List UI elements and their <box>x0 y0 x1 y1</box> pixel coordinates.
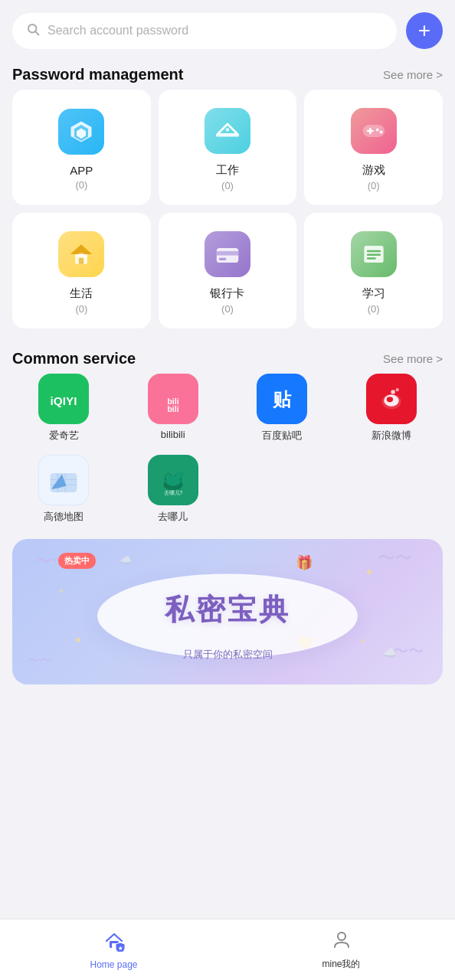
iqiyi-label: 爱奇艺 <box>49 429 79 443</box>
svg-marker-13 <box>70 244 93 254</box>
password-section-title: Password management <box>12 66 183 83</box>
nav-label-home: Home page <box>90 959 137 970</box>
service-item-amap[interactable]: 高德地图 <box>12 455 116 524</box>
pw-count-game: (0) <box>368 180 380 191</box>
svg-text:★: ★ <box>118 946 123 951</box>
svg-text:bili: bili <box>167 397 178 406</box>
service-item-baidu[interactable]: 贴 百度贴吧 <box>231 374 334 443</box>
service-grid-row2: 高德地图 去哪儿? 去哪儿 <box>0 449 455 530</box>
mine-icon <box>331 929 352 956</box>
svg-rect-14 <box>79 258 83 264</box>
search-placeholder: Search account password <box>47 24 188 38</box>
banner-subtitle: 只属于你的私密空间 <box>183 648 273 662</box>
svg-point-33 <box>386 397 392 402</box>
pw-card-work[interactable]: 工作 (0) <box>159 90 297 205</box>
pw-count-app: (0) <box>75 179 87 191</box>
amap-label: 高德地图 <box>44 510 83 524</box>
svg-point-10 <box>375 128 378 131</box>
svg-rect-18 <box>219 258 227 260</box>
service-item-iqiyi[interactable]: iQIYI 爱奇艺 <box>12 374 116 443</box>
pw-label-game: 游戏 <box>362 163 385 178</box>
nav-item-mine[interactable]: mine我的 <box>228 920 455 980</box>
banner-badge: 热卖中 <box>58 553 96 569</box>
pw-icon-study <box>351 231 397 277</box>
service-item-weibo[interactable]: 新浪微博 <box>340 374 444 443</box>
pw-label-study: 学习 <box>362 286 385 301</box>
svg-point-34 <box>391 390 395 394</box>
password-section-header: Password management See more > <box>0 57 455 90</box>
svg-point-56 <box>338 933 345 940</box>
svg-point-51 <box>176 471 184 477</box>
svg-rect-17 <box>217 251 239 256</box>
pw-count-study: (0) <box>368 303 380 315</box>
pw-label-app: APP <box>70 164 93 177</box>
password-grid: APP (0) 工作 (0) <box>0 90 455 341</box>
nav-label-mine: mine我的 <box>322 958 360 971</box>
baidu-icon: 贴 <box>257 374 307 424</box>
baidu-label: 百度贴吧 <box>262 429 302 443</box>
pw-label-work: 工作 <box>216 163 239 178</box>
iqiyi-icon: iQIYI <box>38 374 89 424</box>
pw-icon-bank <box>205 231 250 277</box>
svg-rect-5 <box>216 133 239 137</box>
service-grid-row1: iQIYI 爱奇艺 bili bili bilibili 贴 <box>0 374 455 449</box>
nav-item-home[interactable]: ★ Home page <box>0 920 228 980</box>
pw-count-bank: (0) <box>221 303 234 315</box>
svg-point-49 <box>165 474 171 482</box>
qunar-icon: 去哪儿? <box>148 455 198 505</box>
banner[interactable]: 〜〜 〜〜 〜〜 〜〜 ✦ ✦ + + ☁️ ☁️ 🎁 💛 热卖中 私密宝典 只… <box>12 539 443 684</box>
svg-point-11 <box>379 131 382 134</box>
svg-rect-16 <box>217 248 239 263</box>
pw-count-work: (0) <box>221 180 234 191</box>
weibo-icon <box>366 374 417 424</box>
pw-icon-game <box>351 108 397 154</box>
add-button[interactable]: + <box>406 12 443 49</box>
pw-card-study[interactable]: 学习 (0) <box>304 213 443 328</box>
pw-icon-life <box>58 231 104 277</box>
amap-icon <box>38 455 89 505</box>
common-see-more[interactable]: See more > <box>383 352 443 365</box>
bilibili-label: bilibili <box>161 429 185 440</box>
svg-text:bili: bili <box>167 405 178 413</box>
svg-text:iQIYI: iQIYI <box>51 394 77 407</box>
service-item-qunar[interactable]: 去哪儿? 去哪儿 <box>122 455 225 524</box>
pw-icon-work <box>205 108 250 154</box>
home-icon: ★ <box>103 930 125 957</box>
svg-point-6 <box>226 128 230 132</box>
pw-card-app[interactable]: APP (0) <box>12 90 151 205</box>
svg-text:去哪儿?: 去哪儿? <box>163 490 182 495</box>
service-item-bilibili[interactable]: bili bili bilibili <box>122 374 225 443</box>
pw-card-life[interactable]: 生活 (0) <box>12 213 151 328</box>
svg-point-35 <box>395 388 398 391</box>
banner-title: 私密宝典 <box>165 590 290 629</box>
common-section-title: Common service <box>12 350 136 368</box>
pw-count-life: (0) <box>75 303 87 315</box>
top-bar: Search account password + <box>0 0 455 57</box>
pw-icon-app <box>58 109 104 155</box>
password-see-more[interactable]: See more > <box>383 68 443 81</box>
bottom-nav: ★ Home page mine我的 <box>0 919 455 980</box>
svg-rect-15 <box>79 253 83 256</box>
banner-inner: 〜〜 〜〜 〜〜 〜〜 ✦ ✦ + + ☁️ ☁️ 🎁 💛 热卖中 私密宝典 只… <box>12 539 443 684</box>
search-icon <box>26 22 40 40</box>
bilibili-icon: bili bili <box>148 374 198 424</box>
pw-card-game[interactable]: 游戏 (0) <box>304 90 443 205</box>
svg-line-1 <box>35 31 38 34</box>
pw-card-bank[interactable]: 银行卡 (0) <box>159 213 297 328</box>
weibo-label: 新浪微博 <box>372 429 411 443</box>
pw-label-life: 生活 <box>70 286 93 301</box>
qunar-label: 去哪儿 <box>158 510 188 524</box>
svg-text:贴: 贴 <box>272 390 292 410</box>
pw-label-bank: 银行卡 <box>210 286 244 301</box>
search-bar[interactable]: Search account password <box>12 13 397 49</box>
common-section-header: Common service See more > <box>0 341 455 374</box>
